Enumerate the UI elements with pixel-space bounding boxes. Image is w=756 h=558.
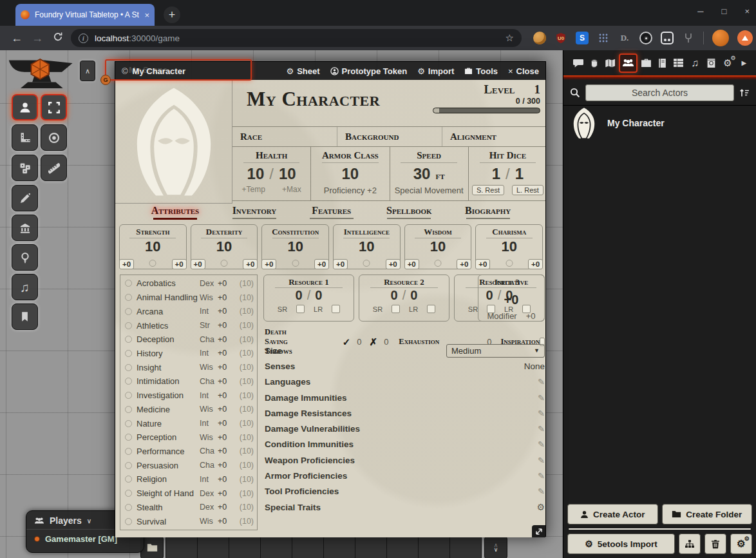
skill-row[interactable]: Intimidation Cha +0 (10) <box>124 374 254 389</box>
resource-max[interactable]: 0 <box>315 288 322 303</box>
skill-proficiency-toggle[interactable] <box>125 476 132 483</box>
sheet-config-button[interactable]: ⚙Sheet <box>287 66 320 76</box>
forward-icon[interactable]: → <box>27 32 48 45</box>
ability-score[interactable]: 10 <box>287 238 303 255</box>
macro-slot[interactable] <box>355 535 387 558</box>
tab-chat[interactable] <box>570 53 586 73</box>
edit-icon[interactable]: ✎ <box>538 409 545 418</box>
delete-all-button[interactable] <box>704 534 726 554</box>
skill-name[interactable]: Religion <box>137 474 200 484</box>
skill-row[interactable]: Animal Handling Wis +0 (10) <box>124 291 254 305</box>
tab-features[interactable]: Features <box>310 205 354 219</box>
skill-name[interactable]: Performance <box>137 447 200 456</box>
save-proficiency-toggle[interactable] <box>221 260 228 267</box>
hotbar-page-button[interactable]: ∧∨ <box>484 535 507 558</box>
size-select[interactable]: Medium▼ <box>446 344 545 358</box>
skill-proficiency-toggle[interactable] <box>125 378 132 385</box>
browser-tab[interactable]: Foundry Virtual Tabletop • A Stan × <box>15 4 155 26</box>
create-folder-button[interactable]: Create Folder <box>662 504 753 524</box>
back-icon[interactable]: ← <box>6 32 27 45</box>
character-portrait[interactable] <box>115 80 232 204</box>
tab-inventory[interactable]: Inventory <box>232 205 277 219</box>
macro-slot[interactable] <box>229 535 261 558</box>
tab-playlists[interactable]: ♫ <box>687 53 703 73</box>
d-extension-icon[interactable]: D. <box>618 32 631 44</box>
new-tab-button[interactable]: + <box>164 6 180 23</box>
tab-settings[interactable]: ⚙⚙ <box>719 53 735 73</box>
skill-row[interactable]: Insight Wis +0 (10) <box>124 360 254 374</box>
edit-icon[interactable]: ✎ <box>538 377 545 387</box>
save-proficiency-toggle[interactable] <box>149 260 156 267</box>
skill-row[interactable]: Stealth Dex +0 (10) <box>124 501 254 515</box>
address-bar[interactable]: i localhost:30000/game ☆ <box>71 29 522 47</box>
skill-name[interactable]: Nature <box>137 419 200 428</box>
save-proficiency-toggle[interactable] <box>292 260 299 267</box>
ability-score[interactable]: 10 <box>145 238 160 255</box>
skill-name[interactable]: Deception <box>137 334 200 344</box>
ac-value[interactable]: 10 <box>342 165 359 183</box>
sidebar-collapse-button[interactable]: ▶ <box>736 53 752 73</box>
skill-row[interactable]: History Int +0 (10) <box>124 347 254 361</box>
skill-row[interactable]: Deception Cha +0 (10) <box>124 332 254 347</box>
tab-attributes[interactable]: Attributes <box>151 205 200 220</box>
skill-proficiency-toggle[interactable] <box>125 392 132 399</box>
tool-draw[interactable] <box>12 185 38 211</box>
tab-biography[interactable]: Biography <box>465 205 511 219</box>
minimize-icon[interactable]: ─ <box>697 6 703 16</box>
edit-icon[interactable]: ✎ <box>538 424 545 434</box>
resource-title[interactable]: Resource 1 <box>288 277 329 287</box>
skill-proficiency-toggle[interactable] <box>125 462 132 469</box>
skill-row[interactable]: Nature Int +0 (10) <box>124 416 254 430</box>
skill-row[interactable]: Acrobatics Dex +0 (10) <box>124 276 254 291</box>
ability-block[interactable]: Dexterity 10 +0 +0 <box>191 224 258 269</box>
tool-lighting[interactable] <box>12 244 38 271</box>
lr-checkbox[interactable] <box>427 305 435 313</box>
edit-icon[interactable]: ✎ <box>538 393 545 403</box>
tool-target[interactable] <box>41 94 67 120</box>
skill-name[interactable]: Animal Handling <box>137 293 200 302</box>
ability-score[interactable]: 10 <box>501 238 516 255</box>
lr-checkbox[interactable] <box>332 305 340 313</box>
detail-field[interactable]: Alignment <box>442 127 545 146</box>
search-input[interactable] <box>585 84 734 101</box>
skill-row[interactable]: Perception Wis +0 (10) <box>124 430 254 445</box>
macro-slot[interactable] <box>449 535 482 558</box>
skill-row[interactable]: Medicine Wis +0 (10) <box>124 402 254 416</box>
hp-max[interactable]: 10 <box>279 165 296 183</box>
save-proficiency-toggle[interactable] <box>435 260 442 267</box>
skill-proficiency-toggle[interactable] <box>125 336 132 343</box>
window-resize-handle[interactable] <box>532 525 545 537</box>
skill-name[interactable]: Sleight of Hand <box>137 488 200 498</box>
macro-slot[interactable] <box>260 535 292 558</box>
skill-proficiency-toggle[interactable] <box>125 364 132 371</box>
tool-select-token[interactable] <box>12 94 38 120</box>
tool-measure[interactable] <box>41 155 67 181</box>
actor-list-item[interactable]: My Character <box>563 106 756 140</box>
tab-items[interactable] <box>638 53 654 73</box>
site-info-icon[interactable]: i <box>79 34 88 43</box>
nav-collapse-toggle[interactable]: ∧ <box>80 61 95 81</box>
resource-current[interactable]: 0 <box>391 288 398 303</box>
tool-template[interactable] <box>41 124 67 151</box>
skill-name[interactable]: History <box>137 349 200 358</box>
ability-score[interactable]: 10 <box>430 238 446 255</box>
tab-combat[interactable] <box>586 53 602 73</box>
special-traits-gear-icon[interactable]: ⚙ <box>536 502 545 512</box>
skill-row[interactable]: Arcana Int +0 (10) <box>124 304 254 318</box>
tab-journal[interactable] <box>654 53 670 73</box>
reload-icon[interactable] <box>48 32 68 45</box>
skill-proficiency-toggle[interactable] <box>125 448 132 455</box>
skill-name[interactable]: Acrobatics <box>137 278 200 288</box>
grid-extension-icon[interactable] <box>597 32 610 44</box>
macro-slot[interactable] <box>292 535 324 558</box>
initiative-value[interactable]: +0 <box>504 293 519 307</box>
container-extension-icon[interactable] <box>661 32 674 44</box>
character-name-input[interactable]: My Character <box>247 88 380 111</box>
close-window-icon[interactable]: × <box>744 6 750 16</box>
ability-block[interactable]: Strength 10 +0 +0 <box>119 224 187 269</box>
macro-slot[interactable] <box>197 535 229 558</box>
ability-score[interactable]: 10 <box>216 238 232 255</box>
skill-name[interactable]: Arcana <box>137 307 200 316</box>
skill-row[interactable]: Performance Cha +0 (10) <box>124 445 254 459</box>
ability-score[interactable]: 10 <box>359 238 374 255</box>
